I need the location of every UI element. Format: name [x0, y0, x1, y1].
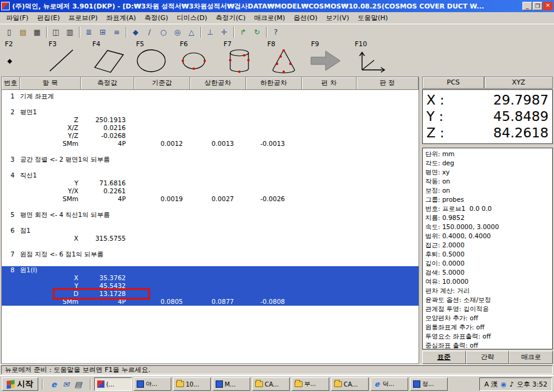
menu-item[interactable]: 측정(G): [140, 12, 173, 24]
fkey-ellipse[interactable]: F6: [177, 40, 221, 76]
table-row[interactable]: Y71.6816: [2, 179, 419, 187]
loop-icon[interactable]: ↻: [250, 26, 264, 38]
outlook-icon[interactable]: ✉: [61, 379, 72, 390]
network-icon[interactable]: ◉: [501, 380, 507, 388]
task-button[interactable]: 정...: [410, 377, 448, 391]
report-icon[interactable]: ≣: [82, 26, 95, 38]
menu-item[interactable]: 좌표계(A): [102, 12, 140, 24]
axis-label: X/Z: [20, 124, 81, 132]
task-button[interactable]: 야...: [134, 377, 171, 391]
help-icon[interactable]: ?: [269, 26, 282, 38]
table-row[interactable]: 1기계 좌표계: [2, 92, 419, 100]
fkey-axis[interactable]: F10: [352, 40, 396, 76]
menu-item[interactable]: 프로브(P): [64, 12, 101, 24]
print-icon[interactable]: ▥: [63, 26, 77, 38]
nominal-value: 0.0805: [134, 298, 190, 306]
menu-item[interactable]: 측정기(C): [211, 12, 250, 24]
table-row[interactable]: 5평면 회전 <- 4 직선1의 되부름: [2, 211, 419, 219]
fkey-point[interactable]: F2: [2, 40, 46, 76]
point-element-icon[interactable]: ◆: [129, 26, 142, 38]
menu-item[interactable]: 파일(F): [2, 12, 33, 24]
table-row[interactable]: X35.3762: [2, 274, 419, 282]
fkey-cylinder[interactable]: F7: [221, 40, 265, 76]
clock[interactable]: 오후 3:52: [517, 380, 547, 389]
element-list-icon[interactable]: ≡: [110, 26, 123, 38]
menu-item[interactable]: 편집(E): [33, 12, 64, 24]
table-row[interactable]: 6점1: [2, 227, 419, 235]
folder-icon: [255, 381, 263, 387]
task-button[interactable]: e덕...: [371, 377, 408, 391]
table-row[interactable]: Z250.1913: [2, 116, 419, 124]
print-preview-icon[interactable]: ◫: [49, 26, 63, 38]
task-button[interactable]: 10...: [173, 377, 211, 391]
table-row[interactable]: D13.1728: [2, 290, 419, 298]
start-button[interactable]: 시작: [2, 377, 38, 391]
table-row[interactable]: SMm4P0.00120.0013-0.0013: [2, 140, 419, 148]
table-row[interactable]: Y45.5432: [2, 282, 419, 290]
fkey-cone[interactable]: F8: [265, 40, 309, 76]
menu-item[interactable]: 도움말(H): [354, 12, 392, 24]
ellipse-icon: [177, 48, 215, 74]
show-desktop-icon[interactable]: ▤: [73, 379, 84, 390]
table-row[interactable]: 7원점 지정 <- 6 점1의 되부름: [2, 250, 419, 258]
window-icon: [216, 380, 223, 388]
fkey-plane[interactable]: F4: [90, 40, 134, 76]
fkey-line[interactable]: F3: [46, 40, 90, 76]
close-button[interactable]: ✕: [543, 2, 553, 10]
cylinder-element-icon[interactable]: ◎: [171, 26, 184, 38]
title-bar[interactable]: (주)덕인, 뉴로메저 3.901(DKP) - [D:₩3차원 성적서₩3차원…: [0, 0, 554, 12]
open-folder-icon[interactable]: ▤: [16, 26, 30, 38]
table-row[interactable]: SMm4P0.08050.0877-0.0808: [2, 298, 419, 306]
line-element-icon[interactable]: ∕: [143, 26, 156, 38]
table-row[interactable]: 3공간 정렬 <- 2 평면1의 되부름: [2, 156, 419, 163]
view-tab[interactable]: 간략: [466, 351, 510, 364]
table-row[interactable]: X315.5755: [2, 235, 419, 242]
minimize-button[interactable]: _: [522, 2, 532, 10]
cone-element-icon[interactable]: △: [185, 26, 198, 38]
grid-icon[interactable]: ⊞: [96, 26, 109, 38]
maximize-button[interactable]: ❐: [533, 2, 542, 10]
status-bar: 뉴로메저 준비 : 도움말을 보려면 F1을 누르세요.: [0, 364, 554, 375]
fkey-circle[interactable]: F5: [134, 40, 177, 76]
setting-line: 접근: 2.0000: [425, 241, 550, 250]
axis-name: Z :: [426, 125, 444, 141]
axis-label: Y/X: [20, 187, 81, 195]
run-icon[interactable]: ↱: [236, 26, 250, 38]
fkey-label: F6: [177, 40, 221, 48]
task-button[interactable]: M...: [213, 377, 250, 391]
menu-item[interactable]: 옵션(O): [289, 12, 321, 24]
menu-item[interactable]: 디미스(D): [173, 12, 211, 24]
view-tab[interactable]: 매크로: [509, 351, 553, 364]
circle-element-icon[interactable]: ○: [157, 26, 170, 38]
save-icon[interactable]: ▦: [30, 26, 44, 38]
table-row[interactable]: 8원1(I): [2, 266, 419, 274]
menu-item[interactable]: 보기(V): [322, 12, 354, 24]
table-row[interactable]: SMm4P0.00190.0027-0.0026: [2, 195, 419, 203]
table-row[interactable]: X/Z0.0216: [2, 124, 419, 132]
menu-item[interactable]: 매크로(M): [250, 12, 289, 24]
internet-explorer-icon[interactable]: e: [49, 379, 60, 390]
task-button[interactable]: (...: [94, 377, 132, 391]
view-tab[interactable]: 표준: [422, 351, 466, 364]
coordinate-tab-xyz[interactable]: XYZ: [484, 77, 553, 89]
internet-explorer-icon: e: [374, 380, 381, 388]
probe-icon[interactable]: ✛: [217, 26, 231, 38]
ime-indicator[interactable]: A 漢: [484, 380, 498, 389]
table-row[interactable]: Y/X0.2261: [2, 187, 419, 195]
taskbar-separator: [42, 379, 43, 390]
setting-line: 번호: 프로브1 0.0 0.0: [425, 204, 550, 213]
table-row[interactable]: 4직선1: [2, 171, 419, 179]
coordinate-system-icon[interactable]: ⊥: [203, 26, 217, 38]
toolbar-separator: [200, 27, 201, 38]
volume-icon[interactable]: ♪: [510, 380, 514, 388]
task-button[interactable]: CA...: [331, 377, 369, 391]
fkey-next[interactable]: F9: [309, 40, 352, 76]
new-file-icon[interactable]: ▯: [2, 26, 16, 38]
task-button[interactable]: CA...: [252, 377, 290, 391]
table-row[interactable]: 2평면1: [2, 108, 419, 116]
coordinate-tab-pcs[interactable]: PCS: [422, 77, 484, 89]
table-row[interactable]: Y/Z-0.0268: [2, 132, 419, 140]
item-name: 원점 지정 <- 6 점1의 되부름: [20, 250, 419, 258]
task-button[interactable]: 부...: [292, 377, 329, 391]
item-number: 7: [2, 250, 20, 258]
